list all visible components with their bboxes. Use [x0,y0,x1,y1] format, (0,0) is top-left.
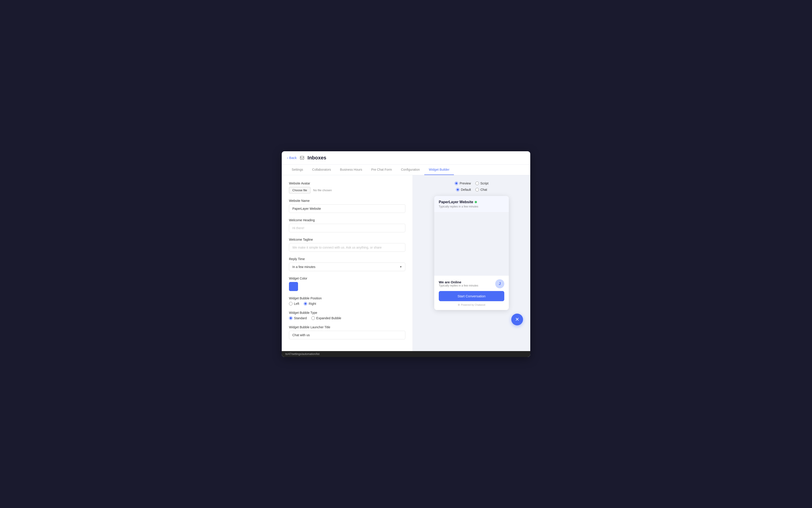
widget-preview: PaperLayer Website Typically replies in … [434,196,509,310]
tab-collaborators[interactable]: Collaborators [308,165,336,175]
tab-pre-chat-form[interactable]: Pre Chat Form [367,165,396,175]
close-fab-button[interactable]: ✕ [511,313,523,325]
website-avatar-group: Website Avatar Choose file No file chose… [289,181,405,194]
bubble-type-group: Widget Bubble Type Standard Expanded Bub… [289,311,405,320]
type-expanded-label[interactable]: Expanded Bubble [311,316,341,320]
default-chat-controls: Default Chat [456,188,487,192]
launcher-title-group: Widget Bubble Launcher Title [289,325,405,339]
website-name-label: Website Name [289,199,405,203]
script-radio[interactable] [475,181,479,185]
widget-header: PaperLayer Website Typically replies in … [434,196,509,212]
chat-label-text: Chat [480,188,487,192]
page-title: Inboxes [308,155,326,161]
back-label: Back [289,156,297,160]
position-right-label[interactable]: Right [304,302,316,305]
chat-radio-label[interactable]: Chat [475,188,487,192]
type-expanded-text: Expanded Bubble [316,316,341,320]
tab-configuration[interactable]: Configuration [396,165,424,175]
chatwoot-icon: ⚙ [458,303,460,306]
tabs-bar: Settings Collaborators Business Hours Pr… [282,165,530,175]
close-fab-icon: ✕ [515,316,519,323]
reply-time-select-wrapper: In a few minutes In a few hours In a day… [289,263,405,271]
back-icon: ‹ [287,156,288,160]
online-status-row: We are Online Typically replies in a few… [439,279,504,288]
position-left-text: Left [294,302,299,305]
widget-name-text: PaperLayer Website [439,200,473,204]
welcome-tagline-label: Welcome Tagline [289,238,405,241]
reply-time-label: Reply Time [289,257,405,261]
widget-color-label: Widget Color [289,277,405,280]
widget-footer: We are Online Typically replies in a few… [434,276,509,310]
preview-radio-label[interactable]: Preview [455,181,471,185]
type-expanded-radio[interactable] [311,316,315,320]
welcome-heading-input[interactable] [289,224,405,232]
online-status-text: We are Online Typically replies in a few… [439,280,478,287]
widget-color-group: Widget Color [289,277,405,291]
bubble-position-radio-group: Left Right [289,302,405,305]
avatar: J [495,279,504,288]
content-area: Website Avatar Choose file No file chose… [282,175,530,351]
tab-settings[interactable]: Settings [287,165,308,175]
back-link[interactable]: ‹ Back [287,156,297,160]
reply-time-group: Reply Time In a few minutes In a few hou… [289,257,405,271]
website-name-input[interactable] [289,204,405,213]
right-panel: Preview Script Default Chat [413,175,530,351]
left-panel: Website Avatar Choose file No file chose… [282,175,413,351]
choose-file-button[interactable]: Choose file [289,187,310,194]
welcome-heading-group: Welcome Heading [289,218,405,232]
chat-radio[interactable] [475,188,479,192]
inbox-icon [299,155,305,161]
type-standard-label[interactable]: Standard [289,316,307,320]
tab-business-hours[interactable]: Business Hours [336,165,367,175]
position-left-radio[interactable] [289,302,293,305]
position-right-radio[interactable] [304,302,307,305]
title-bar: ‹ Back Inboxes [282,151,530,165]
type-standard-text: Standard [294,316,307,320]
preview-script-controls: Preview Script [455,181,489,185]
website-avatar-label: Website Avatar [289,181,405,185]
file-input-row: Choose file No file chosen [289,187,405,194]
script-radio-label[interactable]: Script [475,181,489,185]
online-dot-icon [475,201,477,203]
welcome-tagline-group: Welcome Tagline [289,238,405,252]
script-label-text: Script [480,181,489,185]
default-label-text: Default [461,188,471,192]
widget-color-swatch[interactable] [289,282,298,291]
bubble-position-label: Widget Bubble Position [289,296,405,300]
widget-subtitle-text: Typically replies in a few minutes [439,205,504,208]
welcome-tagline-input[interactable] [289,243,405,252]
powered-by-text: ⚙ Powered by Chatwoot [439,303,504,306]
status-title: We are Online [439,280,478,284]
reply-time-select[interactable]: In a few minutes In a few hours In a day [289,263,405,271]
launcher-title-label: Widget Bubble Launcher Title [289,325,405,329]
url-text: ts/47/settings/automation/list [285,352,319,355]
bubble-type-radio-group: Standard Expanded Bubble [289,316,405,320]
preview-label-text: Preview [460,181,471,185]
main-window: ‹ Back Inboxes Settings Collaborators Bu… [282,151,530,357]
preview-radio[interactable] [455,181,458,185]
no-file-text: No file chosen [313,188,332,192]
widget-body [434,212,509,276]
default-radio[interactable] [456,188,460,192]
website-name-group: Website Name [289,199,405,213]
bubble-type-label: Widget Bubble Type [289,311,405,314]
widget-title-row: PaperLayer Website [439,200,504,204]
status-subtitle: Typically replies in a few minutes [439,284,478,287]
bubble-position-group: Widget Bubble Position Left Right [289,296,405,305]
launcher-title-input[interactable] [289,331,405,339]
svg-rect-0 [300,156,304,159]
url-bar: ts/47/settings/automation/list [282,351,530,357]
start-conversation-button[interactable]: Start Conversation [439,291,504,301]
type-standard-radio[interactable] [289,316,293,320]
tab-widget-builder[interactable]: Widget Builder [424,165,454,175]
position-right-text: Right [309,302,316,305]
welcome-heading-label: Welcome Heading [289,218,405,222]
position-left-label[interactable]: Left [289,302,299,305]
default-radio-label[interactable]: Default [456,188,471,192]
